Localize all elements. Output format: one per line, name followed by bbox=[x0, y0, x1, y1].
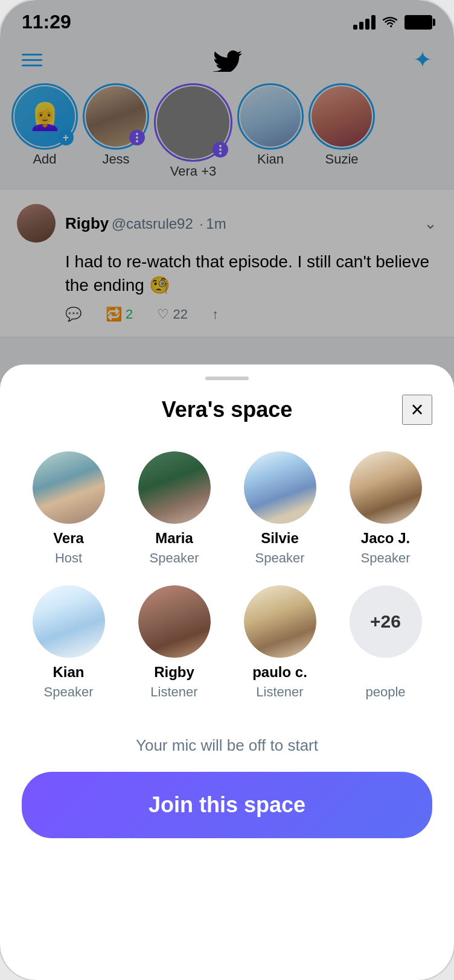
modal-title: Vera's space bbox=[162, 397, 293, 422]
participant-avatar-maria bbox=[138, 451, 211, 524]
mic-notice: Your mic will be off to start bbox=[22, 736, 432, 755]
participant-role-vera: Host bbox=[55, 550, 82, 566]
participant-role-jaco: Speaker bbox=[361, 550, 411, 566]
participant-avatar-paulo bbox=[244, 585, 316, 658]
participant-name-jaco: Jaco J. bbox=[361, 530, 410, 547]
participant-role-silvie: Speaker bbox=[255, 550, 305, 566]
participant-silvie: Silvie Speaker bbox=[233, 451, 327, 566]
modal-overlay: Vera's space × Vera Host bbox=[0, 0, 454, 980]
more-people-count: +26 bbox=[370, 611, 401, 632]
participant-avatar-vera bbox=[33, 451, 105, 524]
participant-role-rigby: Listener bbox=[150, 684, 197, 700]
participant-rigby: Rigby Listener bbox=[127, 585, 221, 700]
participant-name-vera: Vera bbox=[53, 530, 84, 547]
participant-name-paulo: paulo c. bbox=[252, 664, 307, 681]
participant-name-kian: Kian bbox=[53, 664, 84, 681]
participant-name-silvie: Silvie bbox=[261, 530, 299, 547]
participant-avatar-silvie bbox=[244, 451, 316, 524]
modal-handle bbox=[205, 377, 249, 380]
join-space-button[interactable]: Join this space bbox=[22, 772, 432, 838]
modal-close-button[interactable]: × bbox=[402, 395, 432, 425]
participant-more: +26 . people bbox=[339, 585, 432, 700]
participants-grid: Vera Host Maria Speaker Silvie bbox=[22, 451, 432, 700]
participant-role-maria: Speaker bbox=[150, 550, 199, 566]
participant-jaco: Jaco J. Speaker bbox=[339, 451, 432, 566]
participant-vera: Vera Host bbox=[22, 451, 115, 566]
participant-name-maria: Maria bbox=[155, 530, 193, 547]
participant-avatar-rigby bbox=[138, 585, 211, 658]
participant-paulo: paulo c. Listener bbox=[233, 585, 327, 700]
modal-header: Vera's space × bbox=[22, 397, 432, 422]
participant-avatar-jaco bbox=[350, 451, 422, 524]
space-modal: Vera's space × Vera Host bbox=[0, 364, 454, 980]
participant-role-kian: Speaker bbox=[44, 684, 94, 700]
more-people-circle: +26 bbox=[350, 585, 422, 658]
participant-maria: Maria Speaker bbox=[127, 451, 221, 566]
participant-avatar-kian bbox=[33, 585, 105, 658]
participant-name-rigby: Rigby bbox=[154, 664, 194, 681]
participant-role-paulo: Listener bbox=[256, 684, 303, 700]
participant-kian: Kian Speaker bbox=[22, 585, 115, 700]
participant-role-more: people bbox=[365, 684, 405, 700]
